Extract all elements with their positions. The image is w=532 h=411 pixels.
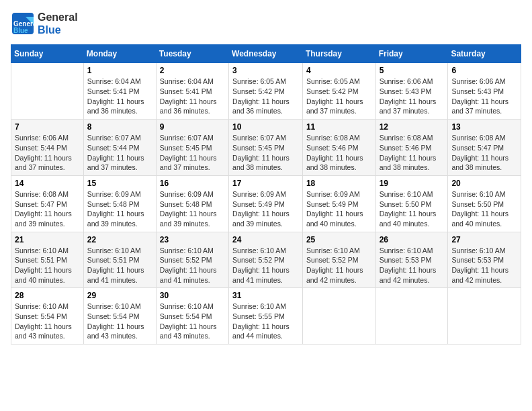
calendar-cell: 15Sunrise: 6:09 AM Sunset: 5:48 PM Dayli… xyxy=(83,175,156,232)
calendar-cell: 16Sunrise: 6:09 AM Sunset: 5:48 PM Dayli… xyxy=(156,175,228,232)
header-cell-thursday: Thursday xyxy=(302,45,375,63)
day-number: 6 xyxy=(451,66,517,75)
calendar-cell: 23Sunrise: 6:10 AM Sunset: 5:52 PM Dayli… xyxy=(156,232,228,288)
logo: General Blue General Blue xyxy=(11,11,78,36)
calendar-cell: 6Sunrise: 6:06 AM Sunset: 5:43 PM Daylig… xyxy=(448,63,521,120)
calendar-cell: 17Sunrise: 6:09 AM Sunset: 5:49 PM Dayli… xyxy=(229,175,303,232)
day-info: Sunrise: 6:08 AM Sunset: 5:47 PM Dayligh… xyxy=(451,133,517,173)
header-row: SundayMondayTuesdayWednesdayThursdayFrid… xyxy=(11,45,521,63)
calendar-cell: 10Sunrise: 6:07 AM Sunset: 5:45 PM Dayli… xyxy=(229,120,303,176)
day-info: Sunrise: 6:05 AM Sunset: 5:42 PM Dayligh… xyxy=(306,77,372,116)
day-number: 9 xyxy=(160,122,225,132)
day-number: 19 xyxy=(380,179,445,188)
calendar-cell: 5Sunrise: 6:06 AM Sunset: 5:43 PM Daylig… xyxy=(375,63,448,120)
day-info: Sunrise: 6:10 AM Sunset: 5:53 PM Dayligh… xyxy=(451,246,517,285)
week-row-4: 21Sunrise: 6:10 AM Sunset: 5:51 PM Dayli… xyxy=(11,232,521,288)
day-info: Sunrise: 6:10 AM Sunset: 5:55 PM Dayligh… xyxy=(232,302,299,341)
day-info: Sunrise: 6:04 AM Sunset: 5:41 PM Dayligh… xyxy=(160,77,225,116)
logo-icon: General Blue xyxy=(11,11,35,36)
day-info: Sunrise: 6:10 AM Sunset: 5:51 PM Dayligh… xyxy=(87,246,152,285)
day-number: 18 xyxy=(306,179,372,188)
calendar-cell: 26Sunrise: 6:10 AM Sunset: 5:53 PM Dayli… xyxy=(375,232,448,288)
day-number: 27 xyxy=(451,235,517,244)
calendar-cell xyxy=(375,288,448,345)
day-info: Sunrise: 6:05 AM Sunset: 5:42 PM Dayligh… xyxy=(232,77,299,116)
day-number: 2 xyxy=(160,66,225,75)
day-info: Sunrise: 6:10 AM Sunset: 5:52 PM Dayligh… xyxy=(306,246,372,285)
calendar-cell xyxy=(302,288,375,345)
day-info: Sunrise: 6:09 AM Sunset: 5:48 PM Dayligh… xyxy=(87,189,152,229)
day-number: 14 xyxy=(15,179,80,188)
day-number: 12 xyxy=(380,122,445,132)
calendar-cell: 11Sunrise: 6:08 AM Sunset: 5:46 PM Dayli… xyxy=(302,120,375,176)
calendar-cell: 14Sunrise: 6:08 AM Sunset: 5:47 PM Dayli… xyxy=(11,175,84,232)
day-info: Sunrise: 6:09 AM Sunset: 5:48 PM Dayligh… xyxy=(160,189,225,229)
day-number: 25 xyxy=(306,235,372,244)
day-info: Sunrise: 6:10 AM Sunset: 5:50 PM Dayligh… xyxy=(451,189,517,229)
header-cell-saturday: Saturday xyxy=(448,45,521,63)
day-info: Sunrise: 6:10 AM Sunset: 5:52 PM Dayligh… xyxy=(232,246,299,285)
day-number: 30 xyxy=(160,291,225,300)
page-header: General Blue General Blue xyxy=(11,11,521,36)
day-number: 28 xyxy=(15,291,80,300)
calendar-cell: 21Sunrise: 6:10 AM Sunset: 5:51 PM Dayli… xyxy=(11,232,84,288)
day-info: Sunrise: 6:10 AM Sunset: 5:50 PM Dayligh… xyxy=(380,189,445,229)
calendar-cell: 29Sunrise: 6:10 AM Sunset: 5:54 PM Dayli… xyxy=(83,288,156,345)
calendar-cell: 7Sunrise: 6:06 AM Sunset: 5:44 PM Daylig… xyxy=(11,120,84,176)
day-info: Sunrise: 6:09 AM Sunset: 5:49 PM Dayligh… xyxy=(306,189,372,229)
day-number: 31 xyxy=(232,291,299,300)
week-row-3: 14Sunrise: 6:08 AM Sunset: 5:47 PM Dayli… xyxy=(11,175,521,232)
day-info: Sunrise: 6:10 AM Sunset: 5:51 PM Dayligh… xyxy=(15,246,80,285)
day-number: 3 xyxy=(232,66,299,75)
day-number: 24 xyxy=(232,235,299,244)
calendar-cell: 8Sunrise: 6:07 AM Sunset: 5:44 PM Daylig… xyxy=(83,120,156,176)
calendar-cell: 13Sunrise: 6:08 AM Sunset: 5:47 PM Dayli… xyxy=(448,120,521,176)
week-row-2: 7Sunrise: 6:06 AM Sunset: 5:44 PM Daylig… xyxy=(11,120,521,176)
calendar-cell: 12Sunrise: 6:08 AM Sunset: 5:46 PM Dayli… xyxy=(375,120,448,176)
calendar-cell: 24Sunrise: 6:10 AM Sunset: 5:52 PM Dayli… xyxy=(229,232,303,288)
week-row-1: 1Sunrise: 6:04 AM Sunset: 5:41 PM Daylig… xyxy=(11,63,521,120)
calendar-cell: 25Sunrise: 6:10 AM Sunset: 5:52 PM Dayli… xyxy=(302,232,375,288)
calendar-cell: 4Sunrise: 6:05 AM Sunset: 5:42 PM Daylig… xyxy=(302,63,375,120)
calendar-cell: 2Sunrise: 6:04 AM Sunset: 5:41 PM Daylig… xyxy=(156,63,228,120)
calendar-cell: 9Sunrise: 6:07 AM Sunset: 5:45 PM Daylig… xyxy=(156,120,228,176)
day-info: Sunrise: 6:07 AM Sunset: 5:45 PM Dayligh… xyxy=(160,133,225,173)
day-number: 5 xyxy=(380,66,445,75)
day-number: 22 xyxy=(87,235,152,244)
day-info: Sunrise: 6:06 AM Sunset: 5:43 PM Dayligh… xyxy=(451,77,517,116)
day-info: Sunrise: 6:07 AM Sunset: 5:45 PM Dayligh… xyxy=(232,133,299,173)
calendar-cell: 30Sunrise: 6:10 AM Sunset: 5:54 PM Dayli… xyxy=(156,288,228,345)
day-info: Sunrise: 6:06 AM Sunset: 5:43 PM Dayligh… xyxy=(380,77,445,116)
calendar-cell: 18Sunrise: 6:09 AM Sunset: 5:49 PM Dayli… xyxy=(302,175,375,232)
day-info: Sunrise: 6:07 AM Sunset: 5:44 PM Dayligh… xyxy=(87,133,152,173)
day-info: Sunrise: 6:09 AM Sunset: 5:49 PM Dayligh… xyxy=(232,189,299,229)
calendar-cell: 3Sunrise: 6:05 AM Sunset: 5:42 PM Daylig… xyxy=(229,63,303,120)
day-number: 15 xyxy=(87,179,152,188)
day-info: Sunrise: 6:10 AM Sunset: 5:52 PM Dayligh… xyxy=(160,246,225,285)
header-cell-sunday: Sunday xyxy=(11,45,84,63)
day-number: 13 xyxy=(451,122,517,132)
day-info: Sunrise: 6:08 AM Sunset: 5:46 PM Dayligh… xyxy=(380,133,445,173)
day-number: 4 xyxy=(306,66,372,75)
calendar-cell: 27Sunrise: 6:10 AM Sunset: 5:53 PM Dayli… xyxy=(448,232,521,288)
day-number: 10 xyxy=(232,122,299,132)
day-number: 7 xyxy=(15,122,80,132)
calendar-cell: 19Sunrise: 6:10 AM Sunset: 5:50 PM Dayli… xyxy=(375,175,448,232)
day-info: Sunrise: 6:04 AM Sunset: 5:41 PM Dayligh… xyxy=(87,77,152,116)
day-info: Sunrise: 6:08 AM Sunset: 5:46 PM Dayligh… xyxy=(306,133,372,173)
day-number: 16 xyxy=(160,179,225,188)
calendar-cell: 1Sunrise: 6:04 AM Sunset: 5:41 PM Daylig… xyxy=(83,63,156,120)
week-row-5: 28Sunrise: 6:10 AM Sunset: 5:54 PM Dayli… xyxy=(11,288,521,345)
calendar-cell: 22Sunrise: 6:10 AM Sunset: 5:51 PM Dayli… xyxy=(83,232,156,288)
day-number: 23 xyxy=(160,235,225,244)
calendar-cell: 31Sunrise: 6:10 AM Sunset: 5:55 PM Dayli… xyxy=(229,288,303,345)
day-number: 8 xyxy=(87,122,152,132)
day-number: 26 xyxy=(380,235,445,244)
calendar-cell: 28Sunrise: 6:10 AM Sunset: 5:54 PM Dayli… xyxy=(11,288,84,345)
header-cell-tuesday: Tuesday xyxy=(156,45,228,63)
header-cell-wednesday: Wednesday xyxy=(229,45,303,63)
calendar-cell: 20Sunrise: 6:10 AM Sunset: 5:50 PM Dayli… xyxy=(448,175,521,232)
day-info: Sunrise: 6:10 AM Sunset: 5:54 PM Dayligh… xyxy=(160,302,225,341)
day-number: 11 xyxy=(306,122,372,132)
day-info: Sunrise: 6:06 AM Sunset: 5:44 PM Dayligh… xyxy=(15,133,80,173)
